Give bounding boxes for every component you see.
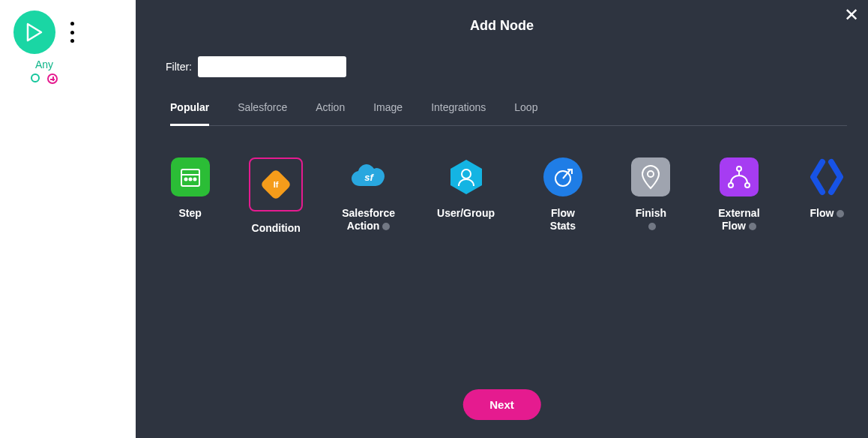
svg-marker-0	[28, 24, 41, 40]
node-ports	[10, 74, 78, 84]
filter-label: Filter:	[166, 61, 192, 73]
tile-label: Salesforce Action	[342, 207, 395, 232]
add-node-modal: ✕ Add Node Filter: Popular Salesforce Ac…	[136, 0, 868, 438]
tab-salesforce[interactable]: Salesforce	[238, 101, 287, 125]
pin-icon	[640, 164, 661, 190]
brackets-icon	[807, 158, 846, 196]
tile-label: Finish	[631, 207, 671, 232]
next-button[interactable]: Next	[462, 389, 541, 420]
tile-label: Flow	[810, 207, 844, 220]
play-button[interactable]	[13, 10, 55, 54]
branch-icon	[726, 164, 752, 190]
tile-flow-stats[interactable]: Flow Stats	[537, 158, 589, 232]
output-port-icon[interactable]	[31, 74, 40, 82]
tile-flow[interactable]: Flow	[807, 158, 847, 220]
target-arrow-icon	[551, 165, 575, 189]
svg-text:If: If	[274, 180, 279, 189]
tile-condition[interactable]: If Condition	[252, 158, 300, 235]
info-icon	[648, 223, 656, 230]
svg-point-3	[184, 178, 187, 181]
filter-input[interactable]	[198, 56, 346, 77]
svg-point-5	[193, 178, 196, 181]
tab-integrations[interactable]: Integrations	[431, 101, 486, 125]
svg-point-12	[648, 171, 654, 177]
node-tile-list: Step If Condition sf	[170, 158, 847, 235]
node-label: Any	[10, 58, 78, 70]
info-icon	[749, 223, 756, 230]
filter-row: Filter:	[166, 56, 847, 77]
svg-point-4	[189, 178, 191, 181]
svg-text:sf: sf	[364, 172, 374, 183]
tab-action[interactable]: Action	[316, 101, 345, 125]
start-node: Any	[10, 10, 78, 84]
svg-point-15	[745, 183, 750, 188]
tile-user-group[interactable]: User/Group	[437, 158, 495, 220]
tile-external-flow[interactable]: External Flow	[713, 158, 765, 232]
tile-label: External Flow	[713, 207, 765, 232]
svg-marker-9	[450, 160, 482, 194]
tab-image[interactable]: Image	[373, 101, 403, 125]
info-icon	[837, 210, 844, 218]
modal-title: Add Node	[157, 18, 847, 34]
add-port-icon[interactable]	[47, 74, 58, 84]
svg-point-13	[737, 166, 741, 171]
play-icon	[26, 22, 43, 42]
tile-salesforce-action[interactable]: sf Salesforce Action	[342, 158, 395, 232]
diamond-if-icon: If	[256, 165, 295, 204]
svg-point-14	[729, 183, 733, 188]
cloud-sf-icon: sf	[349, 162, 388, 192]
close-icon[interactable]: ✕	[844, 6, 859, 24]
tile-label: Condition	[252, 222, 301, 235]
kebab-menu-icon[interactable]	[66, 22, 78, 43]
tile-label: Flow Stats	[537, 207, 589, 232]
flow-canvas: Any ✕ Add Node Filter: Popular Salesforc…	[0, 0, 868, 438]
tile-step[interactable]: Step	[170, 158, 210, 220]
tab-bar: Popular Salesforce Action Image Integrat…	[170, 101, 847, 126]
tile-label: User/Group	[437, 207, 495, 220]
tab-popular[interactable]: Popular	[170, 101, 209, 126]
info-icon	[382, 223, 390, 230]
tab-loop[interactable]: Loop	[514, 101, 537, 125]
user-hex-icon	[447, 158, 486, 196]
calendar-icon	[179, 166, 202, 188]
tile-finish[interactable]: Finish	[631, 158, 671, 232]
tile-label: Step	[178, 207, 201, 220]
